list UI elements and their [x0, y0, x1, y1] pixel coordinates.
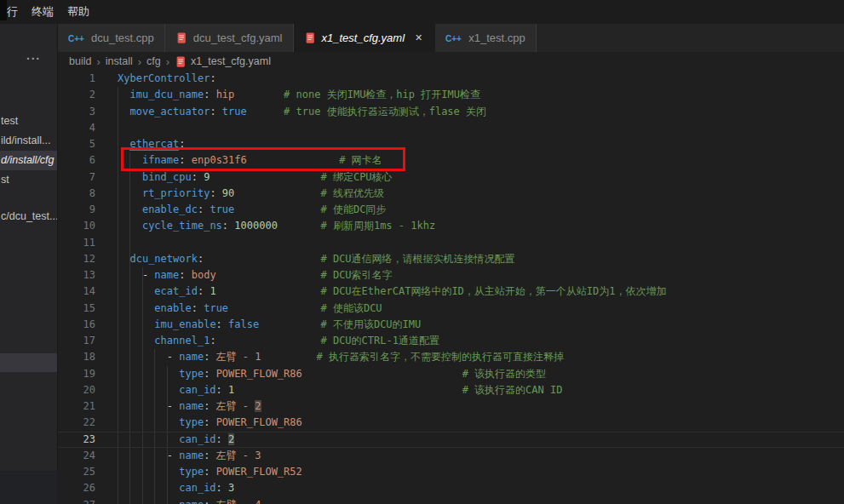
- line-number[interactable]: 27: [58, 497, 95, 504]
- code-token: # 执行器索引名字，不需要控制的执行器可直接注释掉: [317, 351, 564, 363]
- tab-dcu_test.cpp[interactable]: C++dcu_test.cpp: [58, 24, 165, 52]
- code-token: :: [210, 106, 215, 117]
- line-number[interactable]: 11: [58, 235, 95, 251]
- code-token: ecat_id: [154, 285, 198, 297]
- code-line[interactable]: 20 can_id: 1 # 该执行器的CAN ID: [58, 382, 844, 398]
- line-number[interactable]: 22: [58, 415, 95, 431]
- line-number[interactable]: 3: [58, 104, 95, 120]
- code-token: [234, 384, 462, 396]
- code-token: # 使能该DCU: [320, 302, 382, 314]
- code-line[interactable]: 27 - name: 左臂 - 4: [58, 497, 844, 504]
- code-token: [118, 384, 179, 396]
- menu-item-终端[interactable]: 终端: [25, 3, 60, 22]
- breadcrumb-segment-build[interactable]: build: [69, 55, 91, 67]
- code-token: true: [210, 203, 234, 215]
- code-line[interactable]: 17 channel_1: # DCU的CTRL-1通道配置: [58, 333, 844, 349]
- line-number[interactable]: 5: [58, 136, 95, 152]
- line-number[interactable]: 8: [58, 186, 95, 202]
- code-token: # 该执行器的CAN ID: [462, 384, 563, 396]
- code-line[interactable]: 13 - name: body # DCU索引名字: [58, 267, 844, 284]
- code-editor[interactable]: 1XyberController:2 imu_dcu_name: hip # n…: [58, 71, 844, 504]
- line-number[interactable]: 16: [58, 317, 95, 333]
- sidebar-list-item[interactable]: d/install/cfg: [0, 151, 57, 170]
- line-number[interactable]: 9: [58, 202, 95, 218]
- breadcrumb-segment-install[interactable]: install: [106, 55, 133, 67]
- line-number[interactable]: 25: [58, 464, 95, 480]
- line-number[interactable]: 18: [58, 349, 95, 365]
- code-token: [234, 203, 320, 215]
- code-token: [216, 187, 222, 199]
- code-line[interactable]: 2 imu_dcu_name: hip # none 关闭IMU检查，hip 打…: [58, 87, 844, 103]
- code-token: true: [222, 106, 247, 117]
- code-line[interactable]: 4: [58, 120, 844, 136]
- window-corner-square: [0, 0, 7, 20]
- code-token: 左臂 - 3: [216, 450, 261, 461]
- line-number[interactable]: 6: [58, 152, 95, 169]
- line-number[interactable]: 10: [58, 218, 95, 234]
- tab-x1_test_cfg.yaml[interactable]: x1_test_cfg.yaml✕: [294, 24, 436, 52]
- code-line[interactable]: 23 can_id: 2: [58, 432, 844, 448]
- code-line[interactable]: 12 dcu_network: # DCU通信网络，请根据实机连接情况配置: [58, 251, 844, 267]
- code-token: [186, 269, 192, 281]
- line-number[interactable]: 17: [58, 333, 95, 349]
- code-token: [204, 253, 320, 265]
- tab-dcu_test_cfg.yaml[interactable]: dcu_test_cfg.yaml: [165, 24, 294, 52]
- code-token: :: [216, 482, 222, 494]
- tab-x1_test.cpp[interactable]: C++x1_test.cpp: [435, 24, 537, 52]
- code-line[interactable]: 9 enable_dc: true # 使能DC同步: [58, 202, 844, 218]
- more-actions-icon[interactable]: ···: [26, 52, 41, 66]
- breadcrumb-file[interactable]: x1_test_cfg.yaml: [175, 55, 271, 68]
- menu-item-帮助[interactable]: 帮助: [60, 3, 96, 22]
- code-line[interactable]: 3 move_actuator: true # true 使能执行器运动测试，f…: [58, 104, 844, 120]
- sidebar-list-item[interactable]: c/dcu_test...: [0, 207, 57, 226]
- sidebar-list-item[interactable]: test: [0, 112, 57, 131]
- code-text: - name: 左臂 - 1 # 执行器索引名字，不需要控制的执行器可直接注释掉: [118, 349, 564, 365]
- sidebar-list-item[interactable]: st: [0, 170, 57, 190]
- close-icon[interactable]: ✕: [413, 32, 424, 44]
- code-line[interactable]: 16 imu_enable: false # 不使用该DCU的IMU: [58, 317, 844, 333]
- chevron-right-icon: ›: [96, 55, 100, 68]
- code-token: -: [142, 269, 154, 281]
- svg-text:C++: C++: [68, 33, 84, 43]
- code-line[interactable]: 19 type: POWER_FLOW_R86 # 该执行器的类型: [58, 366, 844, 382]
- sidebar-selected-empty-row[interactable]: [0, 353, 57, 372]
- line-number[interactable]: 24: [58, 448, 95, 464]
- code-line[interactable]: 7 bind_cpu: 9 # 绑定CPU核心: [58, 169, 844, 186]
- sidebar-bottom-panel: [0, 471, 57, 504]
- code-line[interactable]: 22 type: POWER_FLOW_R86: [58, 415, 844, 431]
- line-number[interactable]: 21: [58, 398, 95, 415]
- code-text: can_id: 1 # 该执行器的CAN ID: [118, 382, 562, 398]
- line-number[interactable]: 20: [58, 382, 95, 398]
- code-token: can_id: [179, 433, 215, 445]
- code-line[interactable]: 24 - name: 左臂 - 3: [58, 448, 844, 464]
- line-number[interactable]: 26: [58, 480, 95, 496]
- code-line[interactable]: 15 enable: true # 使能该DCU: [58, 301, 844, 317]
- line-number[interactable]: 12: [58, 251, 95, 267]
- code-line[interactable]: 21 - name: 左臂 - 2: [58, 398, 844, 415]
- line-number[interactable]: 14: [58, 284, 95, 300]
- code-line[interactable]: 26 can_id: 3: [58, 480, 844, 496]
- line-number[interactable]: 4: [58, 120, 95, 136]
- breadcrumb: build›install›cfg›x1_test_cfg.yaml: [58, 52, 844, 71]
- code-token: [118, 318, 154, 330]
- line-number[interactable]: 15: [58, 301, 95, 317]
- line-number[interactable]: 1: [58, 71, 95, 87]
- code-token: cycle_time_ns: [142, 220, 222, 232]
- line-number[interactable]: 13: [58, 267, 95, 284]
- line-number[interactable]: 23: [58, 432, 95, 448]
- code-line[interactable]: 11: [58, 235, 844, 251]
- sidebar-list-item[interactable]: ild/install...: [0, 131, 57, 151]
- code-token: # DCU在EtherCAT网络中的ID，从主站开始，第一个从站ID为1，依次增…: [320, 285, 666, 297]
- line-number[interactable]: 19: [58, 366, 95, 382]
- code-line[interactable]: 14 ecat_id: 1 # DCU在EtherCAT网络中的ID，从主站开始…: [58, 284, 844, 300]
- breadcrumb-segment-cfg[interactable]: cfg: [146, 55, 161, 67]
- code-line[interactable]: 25 type: POWER_FLOW_R52: [58, 464, 844, 480]
- line-number[interactable]: 7: [58, 169, 95, 186]
- line-number[interactable]: 2: [58, 87, 95, 103]
- code-line[interactable]: 10 cycle_time_ns: 1000000 # 刷新周期1ms - 1k…: [58, 218, 844, 234]
- code-token: [234, 187, 320, 199]
- code-token: # 使能DC同步: [320, 203, 386, 215]
- code-line[interactable]: 18 - name: 左臂 - 1 # 执行器索引名字，不需要控制的执行器可直接…: [58, 349, 844, 365]
- code-line[interactable]: 1XyberController:: [58, 71, 844, 87]
- code-line[interactable]: 8 rt_priority: 90 # 线程优先级: [58, 186, 844, 202]
